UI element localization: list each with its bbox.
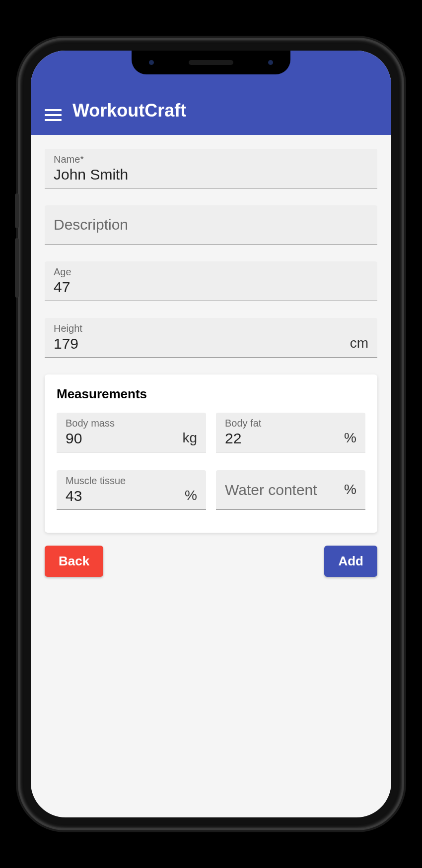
age-input[interactable]	[54, 279, 368, 296]
description-input[interactable]	[54, 216, 368, 233]
app-title: WorkoutCraft	[72, 100, 186, 121]
body-mass-unit: kg	[178, 430, 197, 447]
screen: WorkoutCraft Name* Age	[31, 51, 391, 817]
body-mass-label: Body mass	[66, 418, 178, 429]
body-fat-label: Body fat	[225, 418, 340, 429]
muscle-tissue-unit: %	[181, 488, 197, 504]
muscle-tissue-field[interactable]: Muscle tissue %	[57, 470, 206, 510]
measurements-title: Measurements	[57, 386, 365, 402]
body-mass-input[interactable]	[66, 430, 178, 447]
water-content-input[interactable]	[225, 482, 340, 498]
body-mass-field[interactable]: Body mass kg	[57, 413, 206, 452]
notch	[132, 51, 290, 74]
menu-icon[interactable]	[45, 109, 62, 121]
body-fat-input[interactable]	[225, 430, 340, 447]
add-button[interactable]: Add	[324, 546, 377, 577]
speaker-grille	[189, 60, 233, 65]
body-fat-unit: %	[340, 430, 356, 447]
height-label: Height	[54, 323, 346, 334]
muscle-tissue-input[interactable]	[66, 488, 181, 504]
height-field[interactable]: Height cm	[45, 318, 377, 358]
water-content-field[interactable]: %	[216, 470, 365, 510]
height-input[interactable]	[54, 335, 346, 352]
camera-dot	[268, 60, 273, 65]
age-field[interactable]: Age	[45, 261, 377, 301]
sensor-dot	[149, 60, 154, 65]
button-row: Back Add	[45, 546, 377, 577]
muscle-tissue-label: Muscle tissue	[66, 475, 181, 487]
body-fat-field[interactable]: Body fat %	[216, 413, 365, 452]
description-field[interactable]	[45, 205, 377, 245]
name-label: Name*	[54, 154, 368, 165]
water-content-unit: %	[340, 482, 356, 498]
name-field[interactable]: Name*	[45, 149, 377, 188]
measurements-card: Measurements Body mass kg Body fat	[45, 374, 377, 533]
name-input[interactable]	[54, 166, 368, 183]
form-content: Name* Age Height cm	[31, 135, 391, 591]
back-button[interactable]: Back	[45, 546, 103, 577]
age-label: Age	[54, 266, 368, 278]
height-unit: cm	[346, 335, 368, 352]
phone-frame: WorkoutCraft Name* Age	[20, 40, 402, 828]
